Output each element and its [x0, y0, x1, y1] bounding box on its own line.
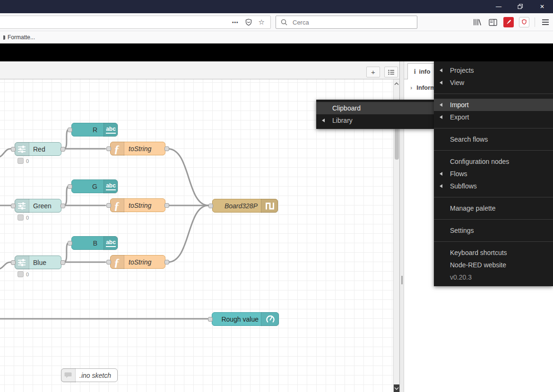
menu-item-configuration-nodes[interactable]: Configuration nodes [434, 155, 553, 168]
bookmark-star-icon[interactable]: ☆ [259, 18, 265, 26]
menu-item-projects[interactable]: Projects [434, 64, 553, 77]
pencil-extension-icon[interactable] [503, 17, 514, 27]
menu-divider [434, 150, 553, 151]
import-submenu: ClipboardLibrary [316, 100, 434, 129]
menu-divider [434, 197, 553, 197]
flow-node-rough[interactable]: Rough value [212, 312, 279, 326]
menu-item-label: Export [450, 113, 469, 121]
menu-item-label: Settings [450, 227, 474, 234]
wire[interactable] [64, 186, 69, 205]
wire[interactable] [0, 262, 10, 269]
menu-item-manage-palette[interactable]: Manage palette [434, 202, 553, 214]
node-port-left[interactable] [68, 128, 72, 132]
wire[interactable] [168, 205, 208, 262]
menu-item-label: Flows [450, 170, 467, 178]
shield-extension-icon[interactable] [519, 17, 529, 27]
search-input[interactable] [292, 18, 413, 26]
wire[interactable] [64, 243, 69, 262]
address-bar-input[interactable] [0, 18, 226, 26]
flow-node-tostring-g[interactable]: ƒtoString [110, 198, 165, 212]
flow-node-g[interactable]: abcG [71, 179, 118, 193]
library-icon[interactable] [472, 17, 483, 27]
menu-item-subflows[interactable]: Subflows [434, 180, 553, 192]
node-label: Red [15, 145, 61, 153]
menu-item-import[interactable]: Import [434, 99, 553, 111]
restore-icon [518, 4, 523, 9]
node-port-left[interactable] [11, 260, 16, 265]
node-status-icon [17, 214, 24, 221]
submenu-arrow-icon [440, 115, 444, 119]
flow-list-button[interactable] [384, 67, 398, 77]
node-port-right[interactable] [60, 147, 65, 152]
editor-menu-list: ProjectsViewImportExportSearch flowsConf… [434, 64, 553, 283]
menu-item-settings[interactable]: Settings [434, 224, 553, 237]
node-label: toString [111, 258, 165, 266]
toolbar-divider [535, 17, 535, 27]
node-port-left[interactable] [106, 203, 111, 208]
node-port-left[interactable] [68, 241, 72, 246]
menu-item-search-flows[interactable]: Search flows [434, 133, 553, 145]
node-label: Green [15, 202, 61, 210]
menu-item-export[interactable]: Export [434, 111, 553, 123]
pocket-shield-icon[interactable] [245, 18, 252, 26]
page-actions-icon[interactable]: ••• [232, 20, 239, 25]
wire[interactable] [168, 149, 208, 205]
node-port-left[interactable] [11, 204, 16, 208]
menu-item-label: Configuration nodes [450, 158, 509, 165]
node-port-left[interactable] [11, 147, 16, 152]
toolbar-actions [472, 16, 551, 29]
flow-node-b[interactable]: abcB [71, 236, 118, 250]
node-status-text: 0 [26, 215, 29, 221]
menu-item-label: Manage palette [450, 205, 496, 212]
node-port-right[interactable] [60, 204, 65, 208]
minimize-button[interactable]: — [488, 0, 510, 13]
search-bar[interactable] [276, 16, 417, 29]
flow-node-tostring-r[interactable]: ƒtoString [110, 142, 165, 155]
plus-icon: + [371, 68, 375, 76]
node-port-left[interactable] [208, 317, 213, 322]
menu-item-label: Clipboard [332, 104, 361, 112]
node-port-right[interactable] [164, 146, 169, 151]
menu-item-keyboard-shortcuts[interactable]: Keyboard shortcuts [434, 247, 553, 259]
close-button[interactable]: ✕ [531, 0, 553, 13]
menu-item-label: Keyboard shortcuts [450, 249, 507, 256]
wire[interactable] [0, 149, 10, 157]
flow-node-blue[interactable]: Blue [15, 256, 61, 269]
node-port-left[interactable] [106, 260, 111, 264]
node-port-right[interactable] [60, 260, 65, 265]
submenu-item-clipboard[interactable]: Clipboard [316, 102, 434, 114]
wire[interactable] [64, 129, 69, 149]
flow-node-tostring-b[interactable]: ƒtoString [110, 255, 165, 269]
sidebars-icon[interactable] [488, 17, 498, 27]
node-port-right[interactable] [164, 203, 169, 208]
address-bar[interactable]: ••• ☆ [0, 16, 271, 29]
menu-item-label: Subflows [450, 182, 477, 190]
restore-button[interactable] [510, 0, 531, 13]
window-controls: — ✕ [488, 0, 553, 13]
menu-item-node-red-website[interactable]: Node-RED website [434, 259, 553, 271]
submenu-arrow-icon [440, 103, 444, 107]
submenu-item-library[interactable]: Library [316, 114, 434, 127]
import-submenu-list: ClipboardLibrary [316, 102, 434, 127]
node-port-right[interactable] [164, 260, 169, 264]
menu-item-view[interactable]: View [434, 77, 553, 89]
add-flow-button[interactable]: + [366, 67, 380, 77]
node-port-left[interactable] [208, 204, 213, 208]
submenu-arrow-icon [322, 119, 327, 122]
node-port-left[interactable] [68, 184, 72, 189]
bookmark-item[interactable]: Formatte... [8, 34, 35, 41]
scroll-up-icon[interactable] [394, 81, 399, 86]
scroll-down-icon[interactable] [394, 384, 399, 392]
node-label: Blue [15, 259, 61, 266]
bookmarks-bar: Formatte... [0, 31, 553, 43]
flow-node-green[interactable]: Green [15, 199, 61, 213]
flow-node-ino-sketch[interactable]: .ino sketch [61, 368, 118, 382]
menu-item-label: View [450, 79, 464, 86]
node-port-left[interactable] [106, 146, 111, 151]
tab-info[interactable]: i info [407, 63, 437, 79]
menu-item-flows[interactable]: Flows [434, 168, 553, 180]
flow-node-r[interactable]: abcR [71, 123, 118, 136]
browser-menu-icon[interactable] [540, 17, 551, 27]
flow-node-board328p[interactable]: Board328P [212, 199, 278, 213]
flow-node-red[interactable]: Red [15, 142, 61, 156]
